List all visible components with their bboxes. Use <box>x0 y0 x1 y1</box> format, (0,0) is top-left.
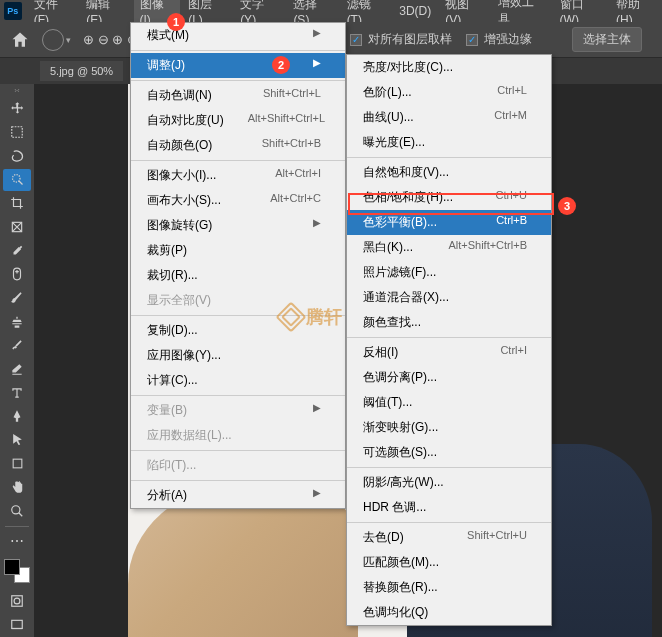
image-menu-dropdown: 模式(M)▶ 调整(J)▶ 自动色调(N)Shift+Ctrl+L 自动对比度(… <box>130 22 346 509</box>
menu-black-white[interactable]: 黑白(K)...Alt+Shift+Ctrl+B <box>347 235 551 260</box>
hand-tool[interactable] <box>3 476 31 498</box>
marquee-tool[interactable] <box>3 122 31 144</box>
enhance-edge-label: 增强边缘 <box>484 31 532 48</box>
annotation-marker-2: 2 <box>272 56 290 74</box>
history-brush-tool[interactable] <box>3 334 31 356</box>
menu-image-size[interactable]: 图像大小(I)...Alt+Ctrl+I <box>131 163 345 188</box>
frame-tool[interactable] <box>3 216 31 238</box>
color-swatches[interactable] <box>4 559 30 582</box>
screen-mode-icon[interactable] <box>3 614 31 636</box>
menu-shadows-highlights[interactable]: 阴影/高光(W)... <box>347 470 551 495</box>
menu-selective-color[interactable]: 可选颜色(S)... <box>347 440 551 465</box>
lasso-tool[interactable] <box>3 145 31 167</box>
quickmask-icon[interactable] <box>3 591 31 613</box>
tools-panel: ›‹ ⋯ <box>0 84 34 637</box>
menu-desaturate[interactable]: 去色(D)Shift+Ctrl+U <box>347 525 551 550</box>
menu-3d[interactable]: 3D(D) <box>393 2 437 20</box>
eraser-tool[interactable] <box>3 358 31 380</box>
menu-crop[interactable]: 裁剪(P) <box>131 238 345 263</box>
path-selection-tool[interactable] <box>3 429 31 451</box>
menu-trap: 陷印(T)... <box>131 453 345 478</box>
svg-rect-0 <box>12 127 23 138</box>
svg-rect-3 <box>14 268 21 280</box>
menu-match-color[interactable]: 匹配颜色(M)... <box>347 550 551 575</box>
enhance-edge-checkbox[interactable]: ✓ <box>466 34 478 46</box>
menu-curves[interactable]: 曲线(U)...Ctrl+M <box>347 105 551 130</box>
menu-auto-color[interactable]: 自动颜色(O)Shift+Ctrl+B <box>131 133 345 158</box>
type-tool[interactable] <box>3 382 31 404</box>
chevron-down-icon[interactable]: ▾ <box>66 35 71 45</box>
pen-tool[interactable] <box>3 405 31 427</box>
menu-equalize[interactable]: 色调均化(Q) <box>347 600 551 625</box>
menu-exposure[interactable]: 曝光度(E)... <box>347 130 551 155</box>
menu-rotation[interactable]: 图像旋转(G)▶ <box>131 213 345 238</box>
menu-color-balance[interactable]: 色彩平衡(B)...Ctrl+B <box>347 210 551 235</box>
clone-stamp-tool[interactable] <box>3 311 31 333</box>
menu-hdr-toning[interactable]: HDR 色调... <box>347 495 551 520</box>
crop-tool[interactable] <box>3 193 31 215</box>
menu-adjustments[interactable]: 调整(J)▶ <box>131 53 345 78</box>
watermark: 腾轩 <box>280 305 342 329</box>
menu-calculations[interactable]: 计算(C)... <box>131 368 345 393</box>
panel-collapse-icon[interactable]: ›‹ <box>14 86 19 95</box>
menu-auto-tone[interactable]: 自动色调(N)Shift+Ctrl+L <box>131 83 345 108</box>
sample-all-label: 对所有图层取样 <box>368 31 452 48</box>
ps-logo: Ps <box>4 2 22 20</box>
menu-color-lookup[interactable]: 颜色查找... <box>347 310 551 335</box>
healing-brush-tool[interactable] <box>3 263 31 285</box>
menu-mode[interactable]: 模式(M)▶ <box>131 23 345 48</box>
menu-posterize[interactable]: 色调分离(P)... <box>347 365 551 390</box>
svg-rect-6 <box>12 596 23 607</box>
sample-all-checkbox[interactable]: ✓ <box>350 34 362 46</box>
annotation-marker-3: 3 <box>558 197 576 215</box>
tool-preset-icon[interactable] <box>42 29 64 51</box>
separator <box>5 526 29 527</box>
menu-threshold[interactable]: 阈值(T)... <box>347 390 551 415</box>
eyedropper-tool[interactable] <box>3 240 31 262</box>
menu-auto-contrast[interactable]: 自动对比度(U)Alt+Shift+Ctrl+L <box>131 108 345 133</box>
menu-levels[interactable]: 色阶(L)...Ctrl+L <box>347 80 551 105</box>
svg-rect-8 <box>12 620 23 628</box>
menu-invert[interactable]: 反相(I)Ctrl+I <box>347 340 551 365</box>
menu-apply-dataset: 应用数据组(L)... <box>131 423 345 448</box>
menu-vibrance[interactable]: 自然饱和度(V)... <box>347 160 551 185</box>
shape-tool[interactable] <box>3 453 31 475</box>
menu-channel-mixer[interactable]: 通道混合器(X)... <box>347 285 551 310</box>
menu-replace-color[interactable]: 替换颜色(R)... <box>347 575 551 600</box>
select-subject-button[interactable]: 选择主体 <box>572 27 642 52</box>
brush-tool[interactable] <box>3 287 31 309</box>
menu-brightness-contrast[interactable]: 亮度/对比度(C)... <box>347 55 551 80</box>
menu-trim[interactable]: 裁切(R)... <box>131 263 345 288</box>
svg-point-7 <box>14 599 20 605</box>
svg-rect-4 <box>13 459 22 468</box>
menu-analysis[interactable]: 分析(A)▶ <box>131 483 345 508</box>
adjustments-submenu: 亮度/对比度(C)... 色阶(L)...Ctrl+L 曲线(U)...Ctrl… <box>346 54 552 626</box>
menu-hue-saturation[interactable]: 色相/饱和度(H)...Ctrl+U <box>347 185 551 210</box>
move-tool[interactable] <box>3 98 31 120</box>
edit-toolbar-icon[interactable]: ⋯ <box>3 531 31 553</box>
zoom-tool[interactable] <box>3 500 31 522</box>
menu-apply-image[interactable]: 应用图像(Y)... <box>131 343 345 368</box>
quick-selection-tool[interactable] <box>3 169 31 191</box>
menubar: Ps 文件(F) 编辑(E) 图像(I) 图层(L) 文字(Y) 选择(S) 滤… <box>0 0 662 22</box>
document-tab[interactable]: 5.jpg @ 50% <box>40 61 123 81</box>
foreground-color-swatch[interactable] <box>4 559 20 575</box>
menu-gradient-map[interactable]: 渐变映射(G)... <box>347 415 551 440</box>
menu-canvas-size[interactable]: 画布大小(S)...Alt+Ctrl+C <box>131 188 345 213</box>
annotation-marker-1: 1 <box>167 13 185 31</box>
menu-photo-filter[interactable]: 照片滤镜(F)... <box>347 260 551 285</box>
svg-point-5 <box>12 505 20 513</box>
home-icon[interactable] <box>10 30 30 50</box>
menu-variables: 变量(B)▶ <box>131 398 345 423</box>
